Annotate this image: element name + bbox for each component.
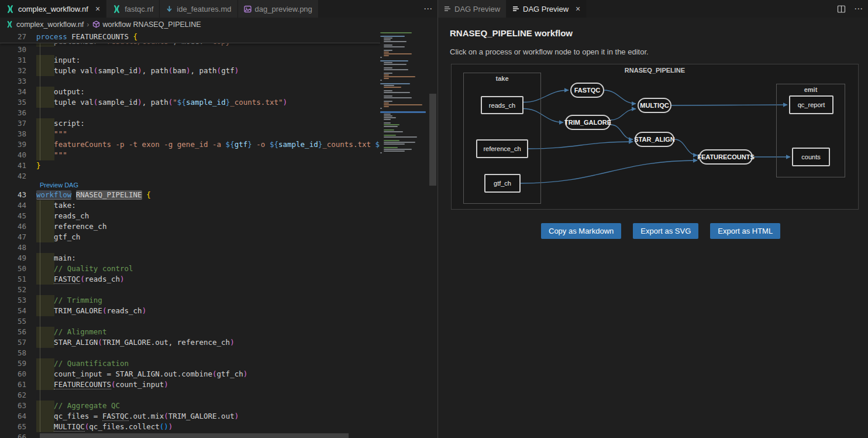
tab-dag-preview[interactable]: DAG Preview× (507, 0, 587, 18)
code-line[interactable]: workflow RNASEQ_PIPELINE { (36, 190, 380, 200)
image-icon (244, 5, 252, 13)
code-line[interactable] (36, 285, 380, 295)
horizontal-scrollbar-slider[interactable] (40, 433, 349, 438)
code-line-clipped: publishDir "results/counts", mode: 'copy… (0, 43, 380, 47)
code-line[interactable]: main: (36, 253, 380, 264)
breadcrumb-file[interactable]: complex_workflow.nf (16, 20, 84, 29)
code-line[interactable]: take: (36, 200, 380, 211)
dag-container-label: RNASEQ_PIPELINE (625, 67, 685, 74)
line-number: 45 (0, 211, 36, 221)
code-line[interactable]: output: (36, 87, 380, 97)
tab-ide-features-md[interactable]: ide_features.md (160, 0, 237, 18)
tab-complex-workflow-nf[interactable]: complex_workflow.nf× (0, 0, 106, 18)
code-line[interactable] (36, 316, 380, 327)
line-number: 44 (0, 200, 36, 211)
line-number: 52 (0, 285, 36, 295)
close-icon[interactable]: × (576, 5, 580, 13)
code-line[interactable] (36, 76, 380, 87)
line-number: 32 (0, 66, 36, 76)
code-line[interactable]: // Quality control (36, 264, 380, 274)
panel-actions-ellipsis[interactable]: ⋯ (854, 4, 863, 14)
code-line[interactable]: script: (36, 118, 380, 129)
code-line[interactable]: FEATURECOUNTS(count_input) (36, 379, 380, 390)
dag-node-trim_galore[interactable]: TRIM_GALORE (565, 115, 611, 130)
line-number: 65 (0, 422, 36, 432)
code-line[interactable]: qc_files = FASTQC.out.mix(TRIM_GALORE.ou… (36, 411, 380, 422)
dag-node-qc_report[interactable]: qc_report (789, 95, 833, 114)
code-line[interactable]: // Aggregate QC (36, 401, 380, 411)
ide-window: complex_workflow.nf×fastqc.nfide_feature… (0, 0, 868, 438)
code-line[interactable]: STAR_ALIGN(TRIM_GALORE.out, reference_ch… (36, 337, 380, 348)
line-number: 51 (0, 274, 36, 285)
dag-node-gtf_ch[interactable]: gtf_ch (484, 174, 521, 193)
split-icon (837, 5, 846, 13)
button-export-as-svg[interactable]: Export as SVG (633, 223, 698, 239)
horizontal-scrollbar[interactable] (40, 433, 349, 438)
code-line[interactable]: process FEATURECOUNTS { (36, 32, 380, 42)
line-number: 49 (0, 253, 36, 264)
code-line[interactable]: input: (36, 55, 380, 66)
line-number: 50 (0, 264, 36, 274)
tab-label: DAG Preview (454, 5, 500, 13)
code-line[interactable]: tuple val(sample_id), path("${sample_id}… (36, 97, 380, 108)
code-line[interactable]: """ (36, 129, 380, 139)
code-line[interactable]: publishDir "results/counts", mode: 'copy… (36, 43, 380, 47)
code-line[interactable] (36, 108, 380, 118)
code-line[interactable]: tuple val(sample_id), path(bam), path(gt… (36, 66, 380, 76)
line-number: 35 (0, 97, 36, 108)
code-line[interactable]: FASTQC(reads_ch) (36, 274, 380, 285)
dag-node-counts[interactable]: counts (792, 148, 830, 166)
close-icon[interactable]: × (95, 5, 100, 13)
nextflow-icon (112, 5, 121, 13)
tab-dag-preview-png[interactable]: dag_preview.png (238, 0, 319, 18)
breadcrumb-symbol[interactable]: workflow RNASEQ_PIPELINE (103, 20, 201, 29)
code-line[interactable]: reference_ch (36, 221, 380, 232)
vertical-scrollbar[interactable] (429, 31, 437, 438)
sticky-scroll-line[interactable]: 27process FEATURECOUNTS { (0, 31, 380, 43)
panel-title: RNASEQ_PIPELINE workflow (450, 28, 573, 38)
code-line[interactable]: """ (36, 150, 380, 160)
dag-node-reads_ch[interactable]: reads_ch (481, 96, 523, 114)
line-number: 59 (0, 358, 36, 369)
code-line[interactable]: MULTIQC(qc_files.collect()) (36, 422, 380, 432)
dag-node-featurecounts[interactable]: FEATURECOUNTS (699, 149, 753, 165)
tab-fastqc-nf[interactable]: fastqc.nf (106, 0, 160, 18)
tab-label: dag_preview.png (255, 5, 312, 13)
code-line[interactable]: TRIM_GALORE(reads_ch) (36, 306, 380, 316)
line-number: 39 (0, 139, 36, 150)
dag-node-star_align[interactable]: STAR_ALIGN (635, 132, 674, 147)
code-editor[interactable]: 3031 input:32 tuple val(sample_id), path… (0, 31, 438, 438)
code-line[interactable]: featureCounts -p -t exon -g gene_id -a $… (36, 139, 380, 150)
tab-dag-preview[interactable]: DAG Preview (438, 0, 507, 18)
dag-node-reference_ch[interactable]: reference_ch (476, 139, 528, 158)
code-line[interactable]: // Trimming (36, 295, 380, 306)
dag-node-fastqc[interactable]: FASTQC (570, 83, 604, 98)
dag-preview-panel: DAG PreviewDAG Preview×⋯ RNASEQ_PIPELINE… (438, 0, 868, 438)
dag-diagram: RNASEQ_PIPELINE takeemitreads_chreferenc… (451, 64, 859, 210)
editor-tab-bar: complex_workflow.nf×fastqc.nfide_feature… (0, 0, 438, 18)
code-line[interactable]: // Alignment (36, 327, 380, 337)
vertical-scrollbar-slider[interactable] (429, 94, 436, 186)
codelens-preview-dag[interactable]: Preview DAG (40, 182, 78, 190)
line-number: 34 (0, 87, 36, 97)
nextflow-icon (6, 20, 13, 28)
code-line[interactable]: count_input = STAR_ALIGN.out.combine(gtf… (36, 369, 380, 379)
minimap[interactable] (380, 32, 427, 156)
code-line[interactable]: // Quantification (36, 358, 380, 369)
line-number: 47 (0, 232, 36, 242)
code-line[interactable] (36, 242, 380, 253)
button-copy-as-markdown[interactable]: Copy as Markdown (541, 223, 621, 239)
line-number: 58 (0, 348, 36, 358)
line-number: 42 (0, 171, 36, 182)
code-line[interactable]: } (36, 160, 380, 171)
dag-group-label: take (464, 75, 540, 82)
code-line[interactable] (36, 390, 380, 401)
code-line[interactable]: gtf_ch (36, 232, 380, 242)
code-line[interactable] (36, 348, 380, 358)
button-export-as-html[interactable]: Export as HTML (710, 223, 780, 239)
code-line[interactable]: reads_ch (36, 211, 380, 221)
line-number: 41 (0, 160, 36, 171)
editor-actions-ellipsis[interactable]: ⋯ (423, 4, 433, 14)
code-line[interactable] (36, 171, 380, 182)
dag-node-multiqc[interactable]: MULTIQC (638, 98, 671, 113)
